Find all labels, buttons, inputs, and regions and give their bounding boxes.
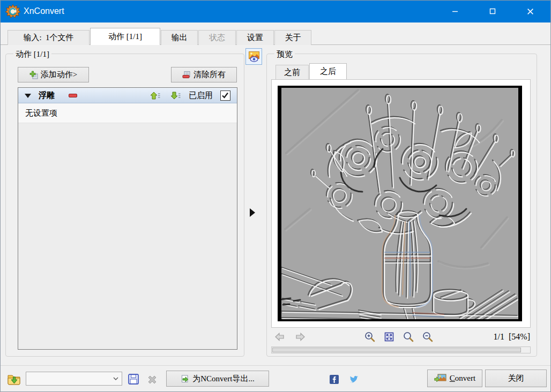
tab-status: 状态	[198, 30, 236, 45]
window-title: XnConvert	[24, 0, 64, 22]
add-action-label: 添加动作>	[41, 70, 77, 80]
add-action-button[interactable]: 添加动作>	[18, 67, 89, 82]
export-label: 为NConvert导出...	[192, 374, 254, 384]
close-dialog-label: 关闭	[508, 373, 524, 383]
tab-input[interactable]: 输入: 1个文件	[8, 30, 90, 45]
close-icon	[527, 8, 534, 15]
maximize-icon	[489, 8, 496, 14]
preview-image	[278, 86, 522, 321]
move-down-icon[interactable]	[170, 92, 181, 100]
action-detail-text: 无设置项	[25, 109, 57, 117]
export-nconvert-button[interactable]: 为NConvert导出...	[166, 371, 269, 387]
delete-preset-button[interactable]	[146, 373, 159, 386]
page-zoom-indicator: 1/1 [54%]	[494, 331, 530, 343]
tab-about[interactable]: 关于	[274, 30, 311, 45]
facebook-button[interactable]	[329, 374, 339, 384]
remove-action-icon[interactable]	[69, 94, 77, 97]
close-dialog-button[interactable]: 关闭	[485, 370, 547, 387]
action-name: 浮雕	[39, 88, 55, 103]
facebook-icon	[330, 375, 339, 384]
move-up-icon[interactable]	[150, 92, 160, 100]
convert-button[interactable]: Convert	[427, 370, 482, 387]
enabled-label: 已启用	[189, 88, 213, 103]
save-preset-button[interactable]	[126, 372, 140, 386]
clear-all-label: 清除所有	[193, 70, 226, 80]
preview-image-icon	[248, 51, 260, 62]
next-image-button[interactable]	[294, 331, 306, 343]
checkmark-icon	[221, 91, 229, 100]
actions-groupbox: 动作 [1/1] 添加动作> 清除所有 浮雕	[5, 54, 244, 357]
minimize-icon	[452, 8, 458, 14]
actions-group-title: 动作 [1/1]	[13, 49, 51, 59]
add-action-icon	[29, 71, 38, 79]
enabled-checkbox[interactable]	[220, 91, 230, 101]
chevron-down-icon	[110, 377, 122, 380]
titlebar: XnConvert	[0, 0, 551, 22]
zoom-actual-size-button[interactable]	[403, 331, 414, 343]
tab-settings[interactable]: 设置	[236, 30, 274, 45]
preset-combobox[interactable]	[26, 372, 122, 386]
twitter-button[interactable]	[348, 374, 359, 383]
action-list: 浮雕 已启用 无设置项	[18, 87, 237, 350]
preview-group-title: 预览	[274, 49, 295, 59]
delete-x-icon	[146, 374, 158, 386]
twitter-icon	[349, 375, 359, 383]
xnconvert-logo-icon	[5, 4, 20, 19]
tab-output[interactable]: 输出	[161, 30, 198, 45]
zoom-in-button[interactable]	[364, 331, 376, 343]
collapse-caret-icon[interactable]	[25, 94, 31, 98]
scrollbar-thumb[interactable]	[272, 348, 521, 352]
convert-icon	[434, 373, 447, 383]
tab-actions[interactable]: 动作 [1/1]	[90, 28, 160, 45]
previous-image-button[interactable]	[274, 331, 286, 343]
clear-all-icon	[182, 71, 191, 79]
splitter-expand-arrow[interactable]	[250, 208, 255, 217]
preview-groupbox: 预览 之前 之后	[266, 54, 537, 357]
tab-before[interactable]: 之前	[276, 65, 309, 79]
folder-import-icon	[7, 373, 21, 386]
preview-toggle-button[interactable]	[245, 48, 262, 65]
minimize-button[interactable]	[443, 0, 467, 22]
clear-all-button[interactable]: 清除所有	[171, 67, 237, 82]
footer-divider	[0, 365, 551, 366]
maximize-button[interactable]	[480, 0, 505, 22]
preview-viewport[interactable]	[271, 79, 531, 328]
export-icon	[181, 374, 190, 383]
convert-label: Convert	[450, 374, 475, 383]
main-tabbar: 输入: 1个文件 动作 [1/1] 输出 状态 设置 关于	[0, 28, 551, 45]
load-preset-button[interactable]	[6, 372, 21, 387]
fit-to-window-button[interactable]	[383, 331, 395, 343]
close-button[interactable]	[518, 0, 542, 22]
save-icon	[127, 373, 140, 386]
action-detail-row[interactable]: 无设置项	[18, 103, 237, 123]
action-item-header[interactable]: 浮雕 已启用	[18, 88, 237, 103]
zoom-out-button[interactable]	[422, 331, 434, 343]
preview-horizontal-scrollbar[interactable]	[271, 346, 531, 353]
tab-after[interactable]: 之后	[309, 63, 347, 79]
